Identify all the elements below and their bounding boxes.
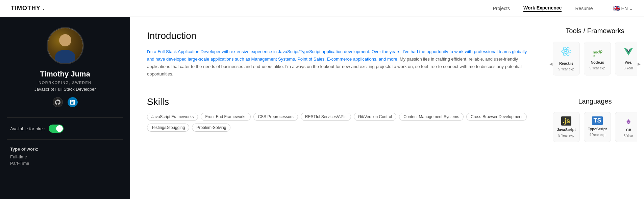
work-type-label: Type of work:: [10, 147, 120, 152]
github-icon[interactable]: [53, 97, 63, 107]
skill-tag: Cross-Browser Development: [466, 113, 527, 121]
toggle-knob: [56, 125, 63, 132]
language-label: EN: [621, 6, 628, 11]
skill-tag: Front End Frameworks: [201, 113, 251, 121]
lang-card-cs: ♠ C# 3 Year: [615, 112, 637, 142]
content-divider: [147, 88, 529, 88]
framework-name-react: React.js: [559, 61, 573, 65]
user-job-title: Javascript Full Stack Developer: [34, 87, 96, 92]
nav-links: Projects Work Experience Resume 🇬🇧 EN ⌄: [493, 5, 633, 12]
lang-name-ts: TypeScript: [588, 127, 607, 131]
nav-work-experience[interactable]: Work Experience: [523, 5, 562, 12]
framework-name-node: Node.js: [591, 60, 604, 64]
user-location: NORRKÖPING, SWEDEN: [39, 81, 92, 85]
intro-title: Introduction: [147, 30, 529, 41]
skill-tag: CSS Preprocessors: [253, 113, 298, 121]
framework-exp-react: 5 Year exp: [558, 67, 574, 71]
framework-exp-vue: 3 Year: [624, 66, 633, 70]
right-panel: Tools / Frameworks ◀ React.js 5: [546, 17, 644, 199]
work-type-parttime: Part-Time: [10, 161, 120, 166]
work-type-fulltime: Full-time: [10, 154, 120, 159]
sidebar: Timothy Juma NORRKÖPING, SWEDEN Javascri…: [0, 17, 130, 199]
ts-icon: TS: [592, 116, 602, 125]
framework-card-react: React.js 5 Year exp: [553, 42, 580, 75]
skill-tag: RESTful Services/APIs: [301, 113, 351, 121]
user-name: Timothy Juma: [40, 70, 90, 79]
lang-name-cs: C#: [626, 128, 631, 132]
svg-text:node: node: [593, 50, 601, 54]
scroll-left-icon[interactable]: ◀: [549, 62, 552, 66]
lang-exp-js: 5 Year exp: [558, 134, 574, 137]
frameworks-list: React.js 5 Year exp node .js Node.js 5 Y…: [553, 42, 637, 78]
vue-icon: [623, 46, 634, 58]
lang-card-ts: TS TypeScript 4 Year exp: [584, 112, 611, 142]
chevron-down-icon: ⌄: [629, 6, 633, 11]
skill-tag: Content Management Systems: [399, 113, 464, 121]
hire-label: Available for hire :: [10, 126, 45, 131]
work-type-section: Type of work: Full-time Part-Time: [7, 143, 123, 171]
languages-title: Languages: [553, 97, 637, 105]
panel-divider: [553, 92, 637, 92]
social-links: [53, 97, 78, 107]
avatar: [47, 27, 84, 64]
lang-card-js: .js JavaScript 5 Year exp: [553, 112, 580, 142]
nav-projects[interactable]: Projects: [493, 6, 510, 11]
cs-icon: ♠: [626, 116, 631, 126]
avatar-head: [59, 34, 71, 46]
framework-card-node: node .js Node.js 5 Year exp: [584, 42, 611, 75]
framework-exp-node: 5 Year exp: [589, 66, 605, 70]
scroll-right-icon[interactable]: ▶: [638, 62, 641, 66]
svg-text:.js: .js: [593, 54, 595, 57]
languages-list: .js JavaScript 5 Year exp TS TypeScript …: [553, 112, 637, 145]
svg-point-0: [565, 50, 567, 52]
skill-tag: Git/Version Control: [354, 113, 397, 121]
skills-title: Skills: [147, 96, 529, 107]
sidebar-divider-1: [7, 117, 123, 118]
skills-tags: JavaScript Frameworks Front End Framewor…: [147, 113, 529, 132]
skill-tag: JavaScript Frameworks: [147, 113, 198, 121]
top-navigation: TIMOTHY . Projects Work Experience Resum…: [0, 0, 644, 17]
site-logo: TIMOTHY .: [11, 5, 45, 12]
skills-section: Skills JavaScript Frameworks Front End F…: [147, 96, 529, 132]
languages-section: Languages .js JavaScript 5 Year exp TS T…: [553, 97, 637, 145]
main-content: Introduction I'm a Full Stack Applicatio…: [130, 17, 546, 199]
flag-icon: 🇬🇧: [613, 5, 620, 12]
node-icon: node .js: [592, 46, 603, 58]
hire-toggle[interactable]: [49, 125, 64, 133]
language-selector[interactable]: 🇬🇧 EN ⌄: [613, 5, 633, 12]
skill-tag: Testing/Debugging: [147, 124, 189, 132]
lang-exp-ts: 4 Year exp: [589, 133, 605, 137]
avatar-body: [55, 50, 75, 63]
intro-paragraph: I'm a Full Stack Application Developer w…: [147, 48, 529, 78]
js-icon: .js: [561, 116, 571, 126]
framework-name-vue: Vue.: [625, 60, 633, 64]
react-icon: [561, 46, 572, 59]
linkedin-icon[interactable]: [68, 97, 78, 107]
available-for-hire-row: Available for hire :: [7, 121, 123, 136]
sidebar-divider-2: [7, 139, 123, 140]
framework-card-vue: Vue. 3 Year: [615, 42, 637, 75]
lang-name-js: JavaScript: [557, 128, 576, 132]
skill-tag: Problem-Solving: [192, 124, 230, 132]
main-layout: Timothy Juma NORRKÖPING, SWEDEN Javascri…: [0, 17, 644, 199]
lang-exp-cs: 3 Year: [624, 134, 633, 138]
frameworks-title: Tools / Frameworks: [553, 27, 637, 35]
nav-resume[interactable]: Resume: [575, 6, 593, 11]
avatar-image: [48, 28, 83, 63]
